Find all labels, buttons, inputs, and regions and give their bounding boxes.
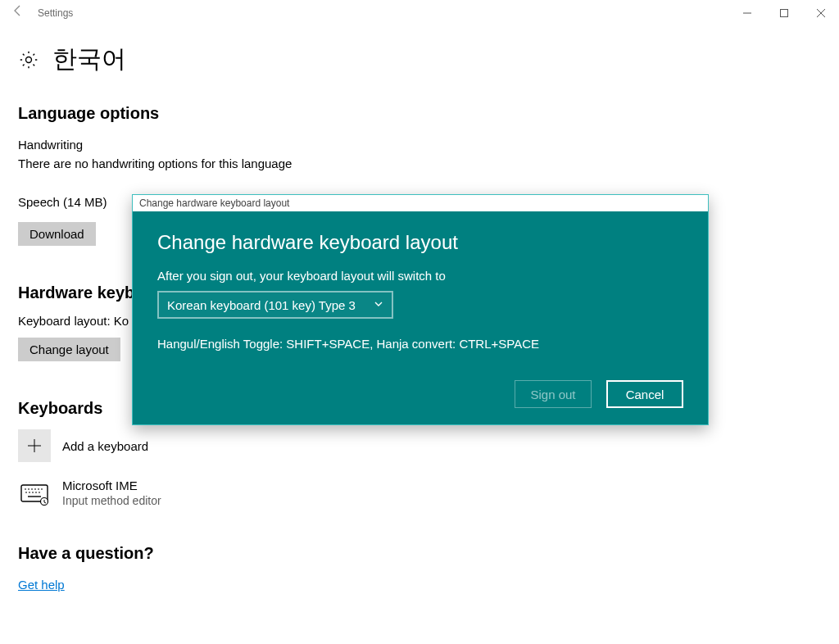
- dialog-titlebar: Change hardware keyboard layout: [133, 195, 708, 211]
- minimize-button[interactable]: [728, 0, 765, 26]
- dialog-after-text: After you sign out, your keyboard layout…: [157, 269, 683, 283]
- keyboard-item-ime[interactable]: Microsoft IME Input method editor: [18, 478, 821, 511]
- handwriting-label: Handwriting: [18, 138, 821, 152]
- layout-select[interactable]: Korean keyboard (101 key) Type 3: [157, 291, 393, 319]
- dialog-info-text: Hangul/English Toggle: SHIFT+SPACE, Hanj…: [157, 337, 683, 351]
- gear-icon: [18, 49, 39, 70]
- keyboard-icon: [18, 478, 51, 511]
- plus-icon: [18, 429, 51, 462]
- svg-point-1: [26, 57, 32, 62]
- add-keyboard-label: Add a keyboard: [62, 439, 148, 453]
- change-layout-button[interactable]: Change layout: [18, 338, 120, 361]
- cancel-button[interactable]: Cancel: [606, 380, 683, 408]
- maximize-button[interactable]: [765, 0, 802, 26]
- back-button[interactable]: [0, 0, 36, 26]
- language-options-heading: Language options: [18, 104, 821, 123]
- svg-rect-0: [780, 10, 787, 17]
- close-button[interactable]: [802, 0, 839, 26]
- dialog-heading: Change hardware keyboard layout: [157, 231, 683, 254]
- signout-button[interactable]: Sign out: [515, 380, 592, 408]
- window-titlebar: Settings: [0, 0, 839, 26]
- keyboard-item-desc: Input method editor: [62, 494, 161, 507]
- app-title: Settings: [38, 7, 73, 19]
- question-heading: Have a question?: [18, 544, 821, 563]
- change-layout-dialog: Change hardware keyboard layout Change h…: [132, 194, 709, 425]
- page-header: 한국어: [0, 26, 839, 81]
- get-help-link[interactable]: Get help: [18, 578, 65, 592]
- add-keyboard-row[interactable]: Add a keyboard: [18, 429, 821, 462]
- keyboard-item-name: Microsoft IME: [62, 478, 161, 492]
- layout-select-value: Korean keyboard (101 key) Type 3: [167, 298, 356, 312]
- page-title: 한국어: [52, 43, 126, 76]
- chevron-down-icon: [374, 299, 383, 311]
- handwriting-note: There are no handwriting options for thi…: [18, 156, 821, 170]
- download-button[interactable]: Download: [18, 222, 96, 246]
